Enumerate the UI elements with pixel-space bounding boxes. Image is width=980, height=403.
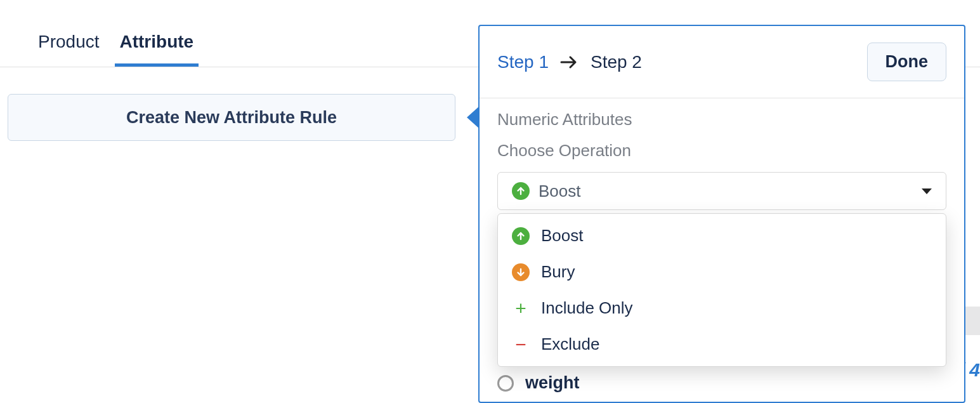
- operation-option-bury[interactable]: Bury: [498, 254, 946, 290]
- operation-option-exclude[interactable]: − Exclude: [498, 326, 946, 362]
- plus-icon: +: [512, 299, 530, 318]
- done-button[interactable]: Done: [867, 43, 947, 81]
- panel-body: Numeric Attributes Choose Operation Boos…: [480, 98, 964, 210]
- stepper: Step 1 Step 2: [497, 52, 642, 72]
- step-2[interactable]: Step 2: [591, 52, 642, 72]
- chevron-down-icon: [922, 188, 932, 194]
- tab-attribute[interactable]: Attribute: [120, 32, 194, 66]
- attribute-rule-panel: Step 1 Step 2 Done Numeric Attributes Ch…: [478, 25, 965, 403]
- panel-header: Step 1 Step 2 Done: [480, 26, 964, 98]
- tab-product[interactable]: Product: [38, 32, 100, 66]
- arrow-down-circle-icon: [512, 262, 530, 282]
- attribute-row-weight[interactable]: weight: [497, 373, 580, 393]
- operation-option-label: Include Only: [541, 298, 633, 318]
- radio-unchecked-icon[interactable]: [497, 375, 514, 392]
- arrow-up-circle-icon: [512, 182, 530, 200]
- step-1[interactable]: Step 1: [497, 52, 549, 72]
- operation-option-include-only[interactable]: + Include Only: [498, 290, 946, 326]
- create-new-attribute-rule-button[interactable]: Create New Attribute Rule: [8, 94, 455, 141]
- operation-select[interactable]: Boost: [497, 172, 946, 210]
- operation-option-label: Boost: [541, 226, 584, 246]
- operation-dropdown: Boost Bury + Include Only − Exclude: [497, 213, 946, 367]
- operation-option-boost[interactable]: Boost: [498, 218, 946, 254]
- operation-select-value: Boost: [539, 182, 581, 201]
- operation-option-label: Bury: [541, 262, 575, 282]
- numeric-attributes-label: Numeric Attributes: [497, 110, 946, 129]
- choose-operation-label: Choose Operation: [497, 141, 946, 161]
- arrow-up-circle-icon: [512, 226, 530, 246]
- create-button-label: Create New Attribute Rule: [126, 108, 337, 128]
- operation-option-label: Exclude: [541, 334, 600, 354]
- attribute-weight-label: weight: [525, 373, 580, 393]
- arrow-right-icon: [560, 55, 579, 70]
- minus-icon: −: [512, 335, 530, 354]
